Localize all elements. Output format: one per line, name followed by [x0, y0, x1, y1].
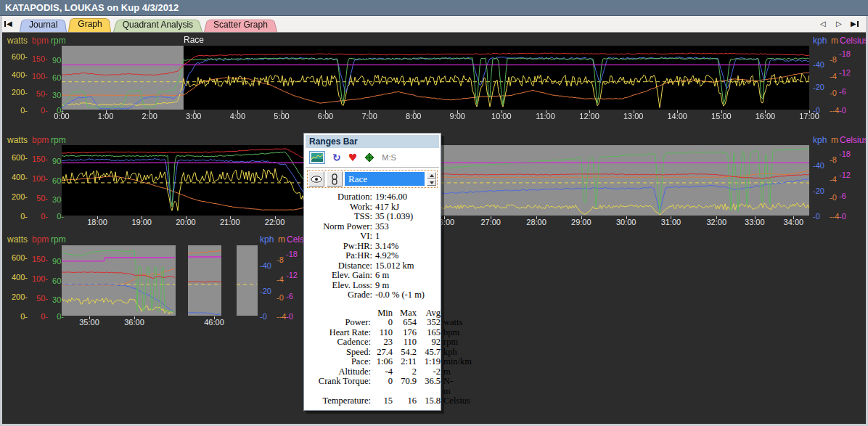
table-row: Cadence:2311092rpm — [306, 337, 439, 348]
table-cell-avg: 45.7 — [417, 348, 441, 358]
table-cell-label: Altitude: — [306, 367, 371, 377]
axis-tick-label: -6 — [839, 87, 846, 96]
axis-tick-label: -0 — [839, 212, 846, 221]
stat-value: 35 (1.039) — [372, 212, 413, 222]
heart-icon[interactable]: ♥ — [348, 152, 358, 163]
race-range-label: Race — [184, 35, 204, 45]
axis-header-m: m — [831, 36, 838, 46]
x-axis-tick — [194, 110, 195, 113]
x-axis-tick — [457, 110, 458, 113]
axis-tick-label: 200- — [3, 192, 28, 201]
tab-label: Quadrant Analysis — [123, 20, 193, 30]
tab-nav-last-button[interactable]: ▶ — [851, 20, 859, 28]
axis-tick-label: 50- — [29, 294, 48, 303]
range-item-race[interactable]: Race — [345, 172, 425, 186]
eye-button[interactable] — [308, 171, 324, 187]
axis-tick-label: --4 — [830, 106, 839, 115]
fan-icon[interactable] — [364, 152, 374, 163]
tab-nav-next-button[interactable]: ▷ — [836, 20, 842, 28]
axis-tick-label: -12 — [839, 171, 851, 179]
x-axis-tick — [755, 216, 756, 219]
bottom-plot-1[interactable] — [62, 245, 176, 316]
table-cell-label: Temperature: — [306, 396, 371, 406]
axis-tick-label: -6 — [286, 292, 293, 300]
stat-value: 9 m — [372, 281, 389, 291]
axis-tick-label: -20 — [813, 187, 824, 195]
stat-row: Duration:19:46.00 — [306, 192, 439, 202]
axis-header-rpm: rpm — [51, 36, 66, 46]
axis-tick-label: 0- — [3, 106, 28, 115]
stat-value: -0.0 % (-1 m) — [372, 290, 425, 300]
axis-tick-label: -4 — [277, 275, 284, 284]
table-cell-unit: min/km — [441, 357, 472, 367]
x-axis-tick — [546, 110, 546, 113]
table-header-row: MinMaxAvg — [306, 308, 439, 319]
axis-tick-label: -0 — [813, 212, 820, 221]
table-cell-max: 176 — [393, 328, 417, 338]
refresh-icon[interactable]: ↻ — [332, 152, 341, 163]
table-cell-max: 654 — [393, 318, 417, 328]
x-axis-tick — [186, 216, 187, 219]
x-axis-tick — [97, 216, 98, 219]
chain-icon — [332, 173, 337, 185]
axis-tick-label: 600- — [3, 153, 28, 162]
table-row: Power:0654352watts — [306, 318, 439, 328]
range-minmax-table: MinMaxAvgPower:0654352wattsHeart Rate:11… — [306, 308, 439, 409]
table-cell-max: 110 — [393, 337, 417, 348]
x-axis-tick — [214, 316, 215, 319]
green-diamond-icon — [364, 152, 374, 163]
table-row: Altitude:-42-2m — [306, 367, 439, 377]
tab-journal[interactable]: Journal — [20, 18, 67, 32]
table-cell-max: 16 — [393, 396, 417, 406]
x-axis-tick — [369, 110, 370, 113]
axis-header-Celsius: Celsius — [840, 36, 868, 46]
stat-row: TSS:35 (1.039) — [306, 212, 439, 222]
table-header-avg: Avg — [417, 308, 441, 319]
stat-label: Pw:HR: — [306, 242, 372, 252]
tab-nav-prev-button[interactable]: ◁ — [820, 20, 826, 28]
tab-label: Graph — [78, 19, 102, 29]
down-arrow-icon — [430, 181, 434, 184]
stat-row: Pw:HR:3.14% — [306, 242, 439, 252]
ranges-bar-title[interactable]: Ranges Bar — [306, 135, 439, 148]
table-cell-max: 70.9 — [393, 377, 417, 396]
tab-scatter-graph[interactable]: Scatter Graph — [204, 18, 277, 32]
scroll-down-button[interactable] — [427, 179, 436, 186]
top-plot[interactable] — [62, 46, 809, 110]
tab-quadrant-analysis[interactable]: Quadrant Analysis — [113, 18, 202, 32]
axis-tick-label: -4 — [830, 72, 837, 81]
table-cell-max: 54.2 — [393, 348, 417, 358]
stat-row: VI:1 — [306, 232, 439, 242]
axis-header-rpm: rpm — [51, 234, 66, 245]
table-cell-min: 1:06 — [371, 357, 393, 367]
x-axis-tick — [677, 110, 678, 113]
scroll-up-button[interactable] — [427, 172, 436, 179]
table-cell-unit: Celsius — [441, 396, 470, 406]
graph-ranges-button[interactable] — [309, 151, 325, 164]
link-button[interactable] — [327, 171, 343, 187]
ranges-bar-toolbar: ↻ ♥ M:S — [306, 148, 439, 168]
next-icon: ▷ — [836, 20, 842, 28]
axis-tick-label: 100- — [29, 174, 48, 183]
bottom-plot-3[interactable] — [237, 245, 258, 316]
table-cell-label: Pace: — [306, 357, 371, 367]
range-scroll — [427, 172, 436, 186]
axis-header-m: m — [278, 234, 285, 245]
bottom-plot-2[interactable] — [188, 245, 221, 316]
axis-tick-label: 0- — [29, 106, 48, 115]
x-axis-tick — [134, 316, 135, 319]
axis-tick-label: 100- — [29, 274, 48, 283]
axis-tick-label: --4 — [277, 312, 286, 321]
stat-row: Norm Power:353 — [306, 222, 439, 232]
x-axis-tick — [106, 110, 107, 113]
tab-graph[interactable]: Graph — [68, 17, 111, 32]
stat-value: 353 — [372, 222, 389, 232]
table-header-spacer — [306, 308, 371, 319]
table-cell-unit: kph — [441, 348, 457, 358]
tab-nav-first-button[interactable]: ◀ — [4, 20, 12, 28]
table-cell-label: Speed: — [306, 348, 371, 358]
axis-tick-label: 0- — [3, 212, 28, 221]
skip-first-icon: ◀ — [7, 20, 12, 28]
table-cell-min: 0 — [371, 377, 393, 396]
axis-header-bpm: bpm — [32, 234, 49, 245]
